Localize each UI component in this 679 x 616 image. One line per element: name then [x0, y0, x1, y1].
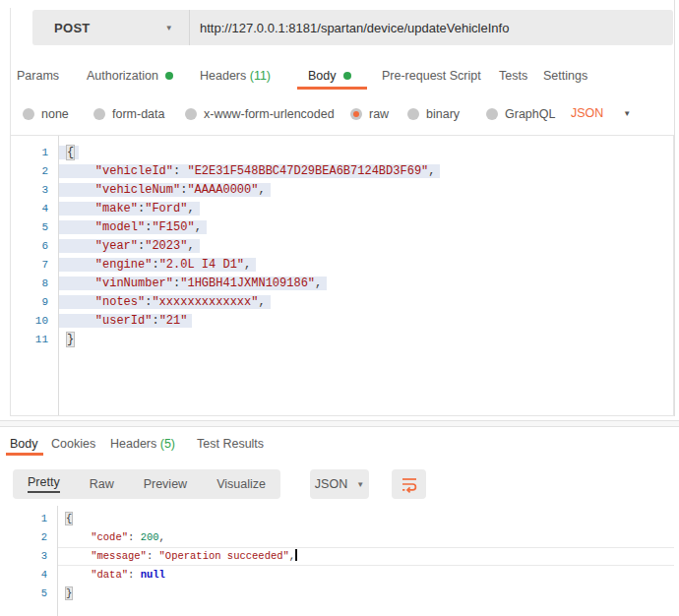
radio-icon	[407, 108, 419, 120]
response-tab-cookies[interactable]: Cookies	[51, 437, 95, 451]
gutter-divider	[58, 136, 59, 415]
request-body-editor[interactable]: 1 { 2 "vehicleId": "E2E31F548BBC47D29BEA…	[10, 135, 674, 416]
line-number: 10	[11, 312, 58, 331]
active-response-tab-indicator	[6, 453, 43, 456]
radio-icon	[93, 108, 105, 120]
request-url-bar: POST ▼ http://127.0.0.1:8181/spartan/dev…	[32, 10, 673, 45]
tab-params[interactable]: Params	[17, 69, 59, 83]
code-line: 5 }	[10, 585, 674, 603]
bodymode-raw[interactable]: raw	[350, 107, 389, 121]
response-view-toggle: Pretty Raw Preview Visualize	[13, 469, 280, 499]
bodymode-form-data[interactable]: form-data	[93, 107, 165, 121]
code-line: 4 "data": null	[10, 566, 674, 585]
radio-icon	[23, 108, 34, 120]
tab-headers[interactable]: Headers (11)	[200, 69, 271, 83]
tab-pre-request-script[interactable]: Pre-request Script	[382, 69, 481, 83]
code-line: 8 "vinNumber":"1HGBH41JXMN109186",	[11, 275, 673, 293]
line-number: 8	[11, 275, 58, 293]
code-line-active: 3 "message": "Operation succeeded",	[10, 547, 674, 566]
gutter-divider	[57, 506, 58, 616]
response-body-editor[interactable]: 1 { 2 "code": 200, 3 "message": "Operati…	[10, 506, 674, 616]
response-headers-count: (5)	[160, 437, 175, 451]
bodymode-binary[interactable]: binary	[407, 107, 460, 121]
line-number: 3	[11, 181, 58, 200]
chevron-down-icon: ▼	[623, 109, 631, 118]
code-line: 11 }	[11, 331, 673, 349]
body-status-dot	[343, 72, 351, 80]
radio-icon	[185, 108, 197, 120]
wrap-text-button[interactable]	[392, 469, 426, 499]
raw-language-select[interactable]: JSON▼	[571, 106, 631, 120]
response-language-select[interactable]: JSON ▼	[310, 469, 369, 499]
view-visualize-button[interactable]: Visualize	[216, 477, 266, 491]
code-line: 9 "notes":"xxxxxxxxxxxxx",	[11, 293, 673, 312]
response-tab-body[interactable]: Body	[10, 437, 38, 451]
tab-authorization[interactable]: Authorization	[87, 69, 173, 83]
line-number: 7	[11, 256, 58, 275]
tab-body[interactable]: Body	[308, 69, 351, 83]
view-raw-button[interactable]: Raw	[90, 477, 114, 491]
line-number: 4	[10, 566, 57, 585]
radio-selected-icon	[350, 108, 362, 120]
active-tab-indicator	[297, 87, 367, 90]
code-line: 3 "vehicleNum":"AAAA0000",	[11, 181, 673, 200]
code-line: 2 "code": 200,	[10, 528, 674, 547]
bodymode-graphql[interactable]: GraphQL	[486, 107, 555, 121]
line-number: 5	[11, 218, 58, 237]
chevron-down-icon: ▼	[356, 480, 364, 489]
postman-window: POST ▼ http://127.0.0.1:8181/spartan/dev…	[0, 0, 679, 616]
bodymode-none[interactable]: none	[23, 107, 69, 121]
headers-count: (11)	[250, 69, 271, 83]
line-number: 5	[10, 585, 57, 603]
code-line: 1 {	[10, 510, 674, 528]
code-line: 1 {	[11, 144, 673, 162]
line-number: 2	[11, 162, 58, 181]
line-number: 4	[11, 200, 58, 218]
line-number: 6	[11, 237, 58, 256]
line-number: 1	[10, 510, 57, 528]
bodymode-urlencoded[interactable]: x-www-form-urlencoded	[185, 107, 335, 121]
response-tab-test-results[interactable]: Test Results	[197, 437, 264, 451]
auth-status-dot	[165, 72, 173, 80]
tab-settings[interactable]: Settings	[543, 69, 587, 83]
line-number: 11	[11, 331, 58, 349]
radio-icon	[486, 108, 498, 120]
method-label: POST	[54, 21, 91, 35]
tab-tests[interactable]: Tests	[499, 69, 527, 83]
code-line: 10 "userId":"21"	[11, 312, 673, 331]
code-line: 7 "engine":"2.0L I4 D1",	[11, 256, 673, 275]
url-input[interactable]: http://127.0.0.1:8181/spartan/device/upd…	[190, 21, 509, 35]
code-line: 4 "make":"Ford",	[11, 200, 673, 218]
line-number: 2	[10, 528, 57, 547]
code-line: 6 "year":"2023",	[11, 237, 673, 256]
response-tab-headers[interactable]: Headers (5)	[110, 437, 175, 451]
pane-border	[674, 0, 675, 416]
text-cursor	[295, 549, 297, 561]
line-number: 1	[11, 144, 58, 162]
line-number: 9	[11, 293, 58, 312]
method-select[interactable]: POST ▼	[32, 10, 190, 45]
code-line: 5 "model":"F150",	[11, 218, 673, 237]
view-preview-button[interactable]: Preview	[144, 477, 187, 491]
wrap-text-icon	[401, 475, 418, 493]
chevron-down-icon: ▼	[165, 24, 173, 32]
pane-divider[interactable]	[0, 420, 679, 427]
line-number: 3	[10, 547, 57, 566]
code-line: 2 "vehicleId": "E2E31F548BBC47D29BEA6B71…	[11, 162, 673, 181]
view-pretty-button[interactable]: Pretty	[28, 475, 60, 493]
